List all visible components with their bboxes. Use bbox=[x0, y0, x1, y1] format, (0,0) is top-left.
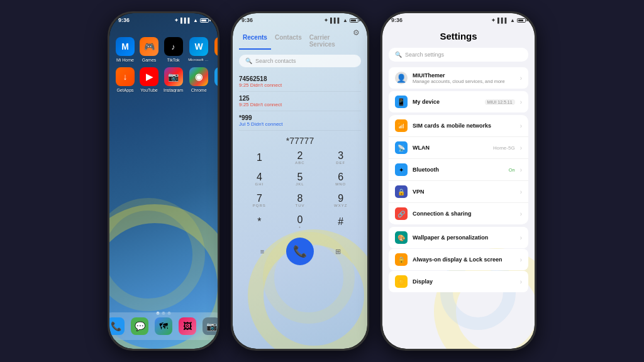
dock-gallery-icon[interactable]: 🖼 bbox=[179, 317, 196, 335]
lock-chevron-icon: › bbox=[520, 256, 522, 263]
settings-sim-item[interactable]: 📶 SIM cards & mobile networks › bbox=[389, 115, 528, 137]
settings-vpn-item[interactable]: 🔒 VPN › bbox=[389, 181, 528, 203]
settings-user-item[interactable]: 👤 MIUIThemer Manage accounts, cloud serv… bbox=[389, 67, 528, 89]
display-chevron-icon: › bbox=[520, 278, 522, 285]
numpad-2[interactable]: 2ABC bbox=[280, 147, 321, 168]
settings-lock-item[interactable]: 🔒 Always-on display & Lock screen › bbox=[389, 249, 528, 270]
dialer-search-bar[interactable]: 🔍 Search contacts bbox=[239, 55, 361, 67]
wlan-icon: 📡 bbox=[395, 141, 408, 154]
status-icons-1: ✦ ▌▌▌ ▲ bbox=[174, 18, 209, 23]
app-youtube[interactable]: ▶ YouTube bbox=[140, 67, 158, 92]
numpad-1[interactable]: 1 bbox=[239, 147, 280, 168]
settings-wlan-item[interactable]: 📡 WLAN Home-5G › bbox=[389, 137, 528, 159]
device-label: My device bbox=[413, 99, 480, 105]
app-vlc[interactable]: ▶ VLC bbox=[214, 37, 218, 62]
tab-recents[interactable]: Recents bbox=[239, 32, 271, 50]
bluetooth-settings-icon: ✦ bbox=[395, 163, 408, 176]
user-chevron-icon: › bbox=[520, 75, 522, 82]
app-instagram[interactable]: 📷 Instagram bbox=[164, 67, 183, 92]
settings-display-item[interactable]: ☀️ Display › bbox=[389, 271, 528, 292]
dock-phone-icon[interactable]: 📞 bbox=[109, 317, 125, 335]
display-text: Display bbox=[413, 278, 515, 285]
numpad-8[interactable]: 8TUV bbox=[280, 190, 321, 211]
settings-connection-item[interactable]: 🔗 Connection & sharing › bbox=[389, 203, 528, 224]
app-twitter[interactable]: 𝕏 X bbox=[214, 67, 218, 92]
dialer-menu-btn[interactable]: ≡ bbox=[252, 241, 272, 261]
dialer-keypad-btn[interactable]: ⊞ bbox=[328, 241, 348, 261]
dock-maps-icon[interactable]: 🗺 bbox=[155, 317, 172, 335]
numpad-3[interactable]: 3DEF bbox=[320, 147, 361, 168]
wifi-icon-3: ▲ bbox=[510, 18, 515, 23]
settings-bluetooth-item[interactable]: ✦ Bluetooth On › bbox=[389, 159, 528, 181]
instagram-label: Instagram bbox=[164, 88, 183, 92]
numpad-7[interactable]: 7PQRS bbox=[239, 190, 280, 211]
settings-search-bar[interactable]: 🔍 Search settings bbox=[389, 48, 528, 62]
display-label: Display bbox=[413, 278, 515, 285]
phone-home: 9:36 ✦ ▌▌▌ ▲ M Mi Home 🎮 Games bbox=[108, 11, 219, 351]
dock-camera-icon[interactable]: 📷 bbox=[203, 317, 218, 335]
wlan-label: WLAN bbox=[413, 145, 488, 151]
numpad-star[interactable]: * bbox=[239, 211, 280, 233]
settings-list: 👤 MIUIThemer Manage accounts, cloud serv… bbox=[382, 64, 535, 295]
sim-icon: 📶 bbox=[395, 119, 408, 132]
recent-item-3[interactable]: *999 Jul 5 Didn't connect › bbox=[239, 111, 361, 131]
numpad-hash[interactable]: # bbox=[320, 211, 361, 233]
dialer-search-placeholder: Search contacts bbox=[255, 58, 296, 64]
status-bar-1: 9:36 ✦ ▌▌▌ ▲ bbox=[109, 13, 218, 25]
time-2: 9:36 bbox=[242, 17, 253, 23]
numpad-4[interactable]: 4GHI bbox=[239, 168, 280, 190]
wifi-icon-2: ▲ bbox=[343, 18, 348, 23]
signal-icon: ▌▌▌ bbox=[180, 18, 191, 23]
app-microsoft[interactable]: W Microsoft SwiftKey... bbox=[188, 37, 209, 62]
wallpaper-icon: 🎨 bbox=[395, 231, 408, 244]
status-bar-3: 9:36 ✦ ▌▌▌ ▲ bbox=[382, 13, 535, 25]
dialer-input: *77777 bbox=[233, 133, 367, 147]
numpad-5[interactable]: 5JKL bbox=[280, 168, 321, 190]
settings-network-group: 📶 SIM cards & mobile networks › 📡 WLAN H… bbox=[389, 115, 528, 224]
recent-item-2[interactable]: 125 9:25 Didn't connect › bbox=[239, 92, 361, 111]
instagram-icon: 📷 bbox=[164, 67, 183, 86]
connection-text: Connection & sharing bbox=[413, 211, 515, 217]
getapps-icon: ↓ bbox=[116, 67, 135, 86]
device-chevron-icon: › bbox=[520, 99, 522, 106]
time-3: 9:36 bbox=[391, 17, 402, 23]
wlan-value: Home-5G bbox=[493, 145, 515, 151]
recent-number-1: 74562518 bbox=[239, 75, 282, 82]
settings-wallpaper-item[interactable]: 🎨 Wallpaper & personalization › bbox=[389, 227, 528, 248]
bluetooth-icon-3: ✦ bbox=[491, 18, 496, 23]
settings-my-device[interactable]: 📱 My device MIUI 12.5.11 › bbox=[389, 91, 528, 112]
status-icons-3: ✦ ▌▌▌ ▲ bbox=[491, 18, 526, 23]
mi-home-label: Mi Home bbox=[116, 58, 134, 62]
tab-contacts[interactable]: Contacts bbox=[271, 32, 306, 50]
numpad-9[interactable]: 9WXYZ bbox=[320, 190, 361, 211]
numpad-6[interactable]: 6MNO bbox=[320, 168, 361, 190]
dock-messages-icon[interactable]: 💬 bbox=[131, 317, 148, 335]
user-avatar: 👤 bbox=[395, 72, 408, 84]
battery-icon bbox=[200, 18, 209, 23]
device-version-badge: MIUI 12.5.11 bbox=[485, 99, 515, 105]
numpad-0[interactable]: 0+ bbox=[280, 211, 321, 233]
chevron-icon-3: › bbox=[359, 118, 361, 124]
app-games[interactable]: 🎮 Games bbox=[140, 37, 158, 62]
chevron-icon-1: › bbox=[359, 79, 361, 85]
app-getapps[interactable]: ↓ GetApps bbox=[116, 67, 135, 92]
wallpaper-text: Wallpaper & personalization bbox=[413, 234, 515, 241]
search-icon-dialer: 🔍 bbox=[245, 58, 252, 64]
vpn-chevron-icon: › bbox=[520, 189, 522, 195]
recent-item-1[interactable]: 74562518 9:25 Didn't connect › bbox=[239, 72, 361, 92]
games-icon: 🎮 bbox=[140, 37, 158, 56]
sim-text: SIM cards & mobile networks bbox=[413, 123, 515, 129]
chrome-label: Chrome bbox=[191, 88, 207, 92]
dialer-bottom-bar: ≡ 📞 ⊞ bbox=[233, 233, 367, 270]
user-subtitle: Manage accounts, cloud services, and mor… bbox=[413, 79, 515, 84]
microsoft-label: Microsoft SwiftKey... bbox=[188, 58, 209, 62]
call-button[interactable]: 📞 bbox=[286, 238, 314, 265]
dialer-settings-icon[interactable]: ⚙ bbox=[353, 28, 360, 37]
app-mi-home[interactable]: M Mi Home bbox=[116, 37, 135, 62]
wifi-icon: ▲ bbox=[193, 18, 198, 23]
sim-chevron-icon: › bbox=[520, 123, 522, 129]
bluetooth-chevron-icon: › bbox=[520, 167, 522, 173]
app-tiktok[interactable]: ♪ TikTok bbox=[164, 37, 183, 62]
app-chrome[interactable]: ◉ Chrome bbox=[188, 67, 209, 92]
bluetooth-label: Bluetooth bbox=[413, 167, 504, 173]
